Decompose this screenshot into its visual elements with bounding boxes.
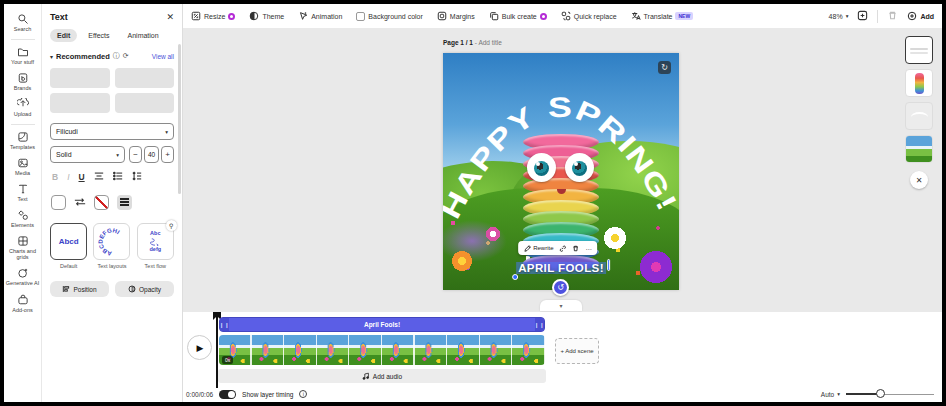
sidebar-item-your-stuff[interactable]: Your stuff — [5, 43, 41, 69]
layer-thumbnail-arc-text[interactable] — [905, 102, 933, 130]
panel-scrollbar[interactable] — [178, 44, 181, 194]
animation-button[interactable]: Animation — [298, 11, 342, 21]
sidebar-item-brands[interactable]: Brands — [5, 69, 41, 95]
sidebar-item-elements[interactable]: Elements — [5, 206, 41, 232]
link-button[interactable] — [559, 245, 566, 252]
sidebar-item-search[interactable]: Search — [5, 10, 41, 36]
text-flow-sample: Abc defg — [150, 231, 162, 252]
background-color-button[interactable]: Background color — [356, 12, 422, 21]
sidebar-item-upload[interactable]: Upload — [5, 95, 41, 121]
april-fools-text[interactable]: APRIL FOOLS! — [516, 262, 606, 274]
premium-icon — [228, 13, 235, 20]
refresh-icon[interactable]: ⟳ — [123, 52, 129, 60]
animate-badge-icon[interactable]: ↻ — [658, 61, 671, 74]
timeline-zoom-slider[interactable] — [846, 389, 934, 399]
sidebar-item-generative-ai[interactable]: Generative AI — [5, 264, 41, 290]
resize-button[interactable]: Resize — [191, 11, 235, 21]
trim-handle-left[interactable]: ❙❙ — [220, 318, 229, 331]
sidebar-item-templates[interactable]: Templates — [5, 128, 41, 154]
close-layers-button[interactable]: ✕ — [910, 171, 928, 189]
tab-animation[interactable]: Animation — [121, 29, 166, 42]
page-label[interactable]: Page 1 / 1 - Add title — [443, 39, 502, 46]
line-spacing-icon[interactable] — [132, 171, 142, 183]
duplicate-button[interactable] — [857, 7, 868, 25]
margins-button[interactable]: Margins — [437, 11, 475, 21]
premium-icon — [540, 13, 547, 20]
margins-icon — [437, 11, 447, 21]
font-size-increase-button[interactable]: + — [161, 146, 174, 163]
layer-thumbnail-background[interactable] — [905, 135, 933, 163]
recommended-style-tile[interactable] — [50, 68, 110, 88]
more-options-button[interactable]: ⋯ — [585, 245, 591, 252]
show-layer-timing-toggle[interactable] — [219, 390, 236, 399]
sidebar-item-media[interactable]: Media — [5, 154, 41, 180]
selection-handle-bar[interactable] — [607, 259, 610, 271]
zoom-level-select[interactable]: 48% ▾ — [829, 13, 849, 20]
italic-button[interactable]: I — [67, 172, 69, 182]
add-scene-button[interactable]: + Add scene — [555, 338, 599, 364]
delete-button[interactable] — [887, 7, 898, 25]
position-button[interactable]: Position — [50, 281, 109, 297]
recommended-style-tile[interactable] — [115, 68, 175, 88]
trim-handle-right[interactable]: ❙❙ — [535, 318, 544, 331]
layer-thumbnail-slinky[interactable] — [905, 69, 933, 97]
trash-icon — [572, 245, 579, 252]
font-size-value[interactable]: 40 — [144, 146, 159, 163]
bold-button[interactable]: B — [52, 172, 58, 182]
rotate-handle[interactable]: ↺ — [552, 279, 569, 296]
add-page-button[interactable]: Add — [907, 11, 934, 21]
play-button[interactable]: ▶ — [187, 335, 212, 360]
add-audio-button[interactable]: Add audio — [218, 369, 546, 383]
slider-knob[interactable] — [876, 389, 885, 398]
quick-replace-icon — [561, 11, 571, 21]
translate-button[interactable]: Translate NEW — [631, 11, 694, 21]
panel-title: Text — [50, 12, 68, 22]
preset-text-flow-tile[interactable]: ⚲ Abc defg — [137, 223, 174, 260]
info-icon[interactable]: i — [299, 390, 307, 398]
upload-icon — [17, 98, 29, 110]
theme-button[interactable]: Theme — [249, 11, 284, 21]
timeline-zoom-mode-select[interactable]: Auto ▾ — [821, 391, 840, 398]
text-color-swatch[interactable] — [51, 195, 66, 210]
chevron-down-icon[interactable]: ▾ — [50, 53, 53, 60]
bulk-create-button[interactable]: Bulk create — [489, 11, 547, 21]
page-title-placeholder[interactable]: - Add title — [475, 39, 502, 46]
recommended-style-tile[interactable] — [115, 93, 175, 113]
view-all-link[interactable]: View all — [152, 53, 174, 60]
rewrite-button[interactable]: Rewrite — [524, 245, 553, 252]
font-style-select[interactable]: Solid ▾ — [50, 146, 125, 163]
selection-handle-dot[interactable] — [512, 274, 518, 280]
recommended-style-tile[interactable] — [50, 93, 110, 113]
layer-thumbnail-text[interactable] — [905, 36, 933, 64]
close-icon[interactable]: ✕ — [166, 12, 174, 22]
video-filmstrip-track[interactable] — [219, 335, 545, 365]
sidebar-item-add-ons[interactable]: Add-ons — [5, 291, 41, 317]
sidebar-item-text[interactable]: Text — [5, 180, 41, 206]
layer-track-label: April Fools! — [364, 321, 400, 328]
selected-text-element[interactable]: APRIL FOOLS! — [516, 258, 606, 276]
tab-edit[interactable]: Edit — [50, 29, 77, 42]
underline-button[interactable]: U — [79, 172, 85, 182]
resize-icon — [191, 11, 201, 21]
no-color-swatch[interactable] — [94, 195, 109, 210]
sidebar-item-charts-grids[interactable]: Charts and grids — [5, 232, 41, 264]
delete-layer-button[interactable] — [572, 245, 579, 252]
quick-replace-button[interactable]: Quick replace — [561, 11, 617, 21]
svg-text:HAPPY SPRING!: HAPPY SPRING! — [443, 92, 679, 224]
canvas-area[interactable]: Page 1 / 1 - Add title — [183, 28, 942, 312]
collapse-timeline-button[interactable]: ▾ — [540, 300, 582, 311]
design-page[interactable]: HAPPY SPRING! ↻ Rewrite ⋯ — [443, 53, 679, 290]
chevron-down-icon: ▾ — [837, 391, 840, 397]
preset-text-layouts-tile[interactable]: ABCDEFGHI — [93, 223, 130, 260]
text-layer-track[interactable]: ❙❙ April Fools! ❙❙ — [219, 317, 545, 332]
preset-default-tile[interactable]: Abcd — [50, 223, 87, 260]
tab-effects[interactable]: Effects — [81, 29, 116, 42]
opacity-button[interactable]: Opacity — [115, 281, 174, 297]
info-icon[interactable]: ⓘ — [113, 51, 120, 61]
swap-colors-icon[interactable] — [74, 193, 86, 211]
font-size-decrease-button[interactable]: − — [129, 146, 142, 163]
stroke-style-button[interactable] — [117, 195, 132, 210]
font-family-select[interactable]: Filicudi ▾ — [50, 123, 174, 140]
align-center-icon[interactable] — [94, 171, 104, 183]
list-icon[interactable] — [113, 171, 123, 183]
